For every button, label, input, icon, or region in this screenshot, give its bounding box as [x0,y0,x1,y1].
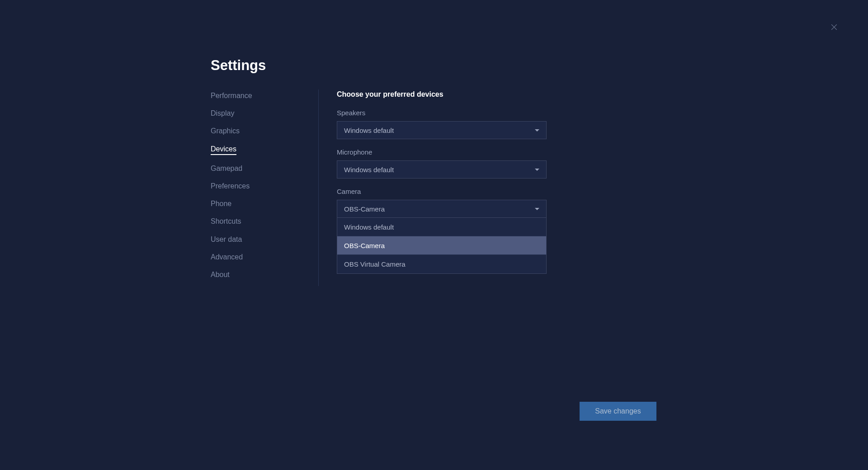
sidebar-item-user-data[interactable]: User data [211,235,252,244]
camera-field: Camera OBS-Camera Windows default OBS-Ca… [337,188,547,274]
camera-dropdown[interactable]: OBS-Camera [337,200,547,218]
page-title: Settings [211,57,266,74]
sidebar-item-performance[interactable]: Performance [211,91,252,100]
panel-heading: Choose your preferred devices [337,90,547,99]
chevron-down-icon [535,129,539,132]
sidebar-item-preferences[interactable]: Preferences [211,182,252,190]
camera-option-obs-virtual-camera[interactable]: OBS Virtual Camera [337,255,546,273]
sidebar-item-graphics[interactable]: Graphics [211,127,252,135]
sidebar-item-shortcuts[interactable]: Shortcuts [211,217,252,226]
camera-option-windows-default[interactable]: Windows default [337,218,546,236]
microphone-label: Microphone [337,148,547,156]
close-button[interactable] [830,23,839,32]
sidebar-item-devices[interactable]: Devices [211,145,236,155]
speakers-dropdown[interactable]: Windows default [337,121,547,139]
camera-dropdown-list: Windows default OBS-Camera OBS Virtual C… [337,218,547,274]
save-changes-button[interactable]: Save changes [580,402,656,421]
settings-sidebar: Performance Display Graphics Devices Gam… [211,91,252,288]
camera-label: Camera [337,188,547,195]
devices-panel: Choose your preferred devices Speakers W… [337,90,547,283]
vertical-divider [318,89,319,286]
camera-option-obs-camera[interactable]: OBS-Camera [337,236,546,255]
sidebar-item-display[interactable]: Display [211,109,252,118]
sidebar-item-advanced[interactable]: Advanced [211,253,252,261]
chevron-down-icon [535,169,539,171]
speakers-value: Windows default [344,127,394,134]
sidebar-item-gamepad[interactable]: Gamepad [211,164,252,173]
speakers-label: Speakers [337,109,547,117]
sidebar-item-phone[interactable]: Phone [211,199,252,208]
microphone-field: Microphone Windows default [337,148,547,179]
microphone-value: Windows default [344,166,394,174]
close-icon [830,23,839,32]
microphone-dropdown[interactable]: Windows default [337,160,547,179]
chevron-down-icon [535,208,539,210]
speakers-field: Speakers Windows default [337,109,547,139]
camera-value: OBS-Camera [344,205,385,213]
sidebar-item-about[interactable]: About [211,270,252,279]
